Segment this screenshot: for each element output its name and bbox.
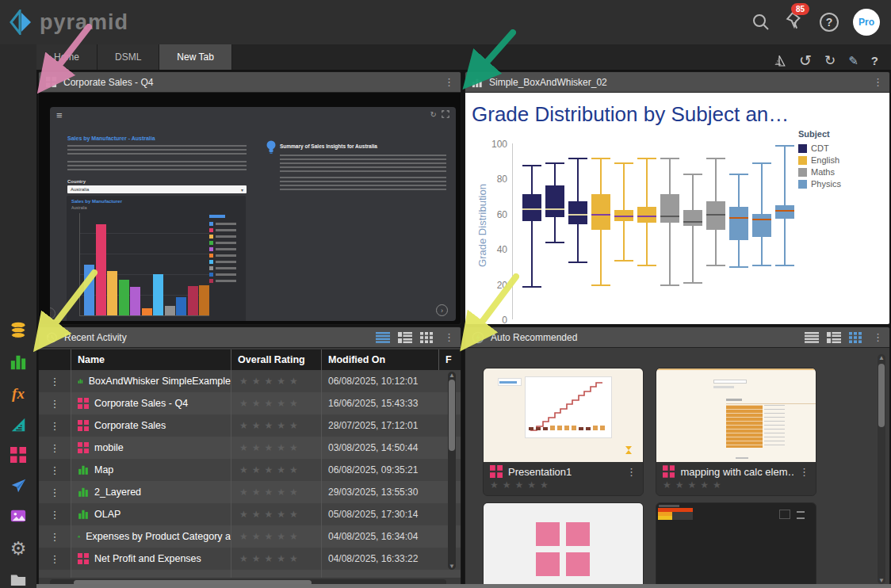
row-drag-handle[interactable]: ⋮ bbox=[39, 548, 71, 570]
column-header-modified-on[interactable]: Modified On bbox=[321, 349, 438, 370]
legend-entry-english[interactable]: English bbox=[798, 155, 841, 165]
sidebar-item-discover[interactable] bbox=[0, 348, 36, 376]
sidebar-item-admin[interactable]: ⚙ bbox=[0, 534, 36, 563]
undo-icon[interactable]: ↺ bbox=[799, 52, 812, 70]
row-name[interactable]: mobile bbox=[71, 437, 231, 459]
country-select[interactable]: Australia ▾ bbox=[67, 185, 247, 193]
row-name[interactable]: Corporate Sales bbox=[71, 414, 231, 437]
legend-entry-cdt[interactable]: CDT bbox=[798, 143, 841, 153]
panel-corporate-header[interactable]: Corporate Sales - Q4 ⋮ bbox=[39, 72, 461, 93]
row-name[interactable]: 2_Layered bbox=[71, 481, 231, 503]
table-row[interactable]: ⋮Corporate Sales - Q4★★★★★16/06/2025, 15… bbox=[39, 392, 461, 414]
box-whisker-maths-9[interactable] bbox=[706, 143, 725, 319]
panel-menu-icon[interactable]: ⋮ bbox=[873, 76, 883, 88]
box-whisker-physics-12[interactable] bbox=[775, 143, 794, 319]
preview-next-page-button[interactable]: › bbox=[436, 304, 448, 316]
column-header-overall-rating[interactable]: Overall Rating bbox=[231, 349, 321, 370]
box-whisker-english-4[interactable] bbox=[591, 143, 610, 319]
card-menu-icon[interactable]: ⋮ bbox=[626, 466, 637, 478]
refresh-icon[interactable]: ↻ bbox=[824, 52, 836, 69]
sidebar-item-data[interactable] bbox=[0, 316, 36, 345]
row-name[interactable]: Net Profit and Expenses bbox=[71, 548, 231, 570]
row-name[interactable]: BoxAndWhisker SimpleExample bbox=[71, 370, 231, 392]
box-whisker-physics-11[interactable] bbox=[752, 143, 771, 319]
recommended-card-mapping-with-calc-elem-[interactable]: mapping with calc elem… ⋮ ★★★★★ bbox=[656, 368, 816, 496]
preview-refresh-icon[interactable]: ↻ bbox=[430, 110, 437, 119]
preview-expand-icon[interactable] bbox=[442, 110, 449, 118]
box-whisker-physics-10[interactable] bbox=[729, 143, 748, 319]
sidebar-item-illustrate[interactable] bbox=[0, 502, 36, 530]
legend-entry-physics[interactable]: Physics bbox=[798, 179, 841, 189]
card-thumbnail[interactable] bbox=[656, 503, 816, 588]
card-rating[interactable]: ★★★★★ bbox=[663, 479, 809, 491]
table-row[interactable]: ⋮mobile★★★★★03/08/2025, 14:50:44 bbox=[39, 437, 461, 459]
box-whisker-maths-7[interactable] bbox=[660, 143, 679, 319]
list-view-icon[interactable] bbox=[376, 332, 390, 343]
table-row[interactable]: ⋮Expenses by Product Category a★★★★★04/0… bbox=[39, 525, 461, 548]
box-whisker-maths-8[interactable] bbox=[683, 143, 702, 319]
help-toolbar-icon[interactable]: ? bbox=[871, 54, 878, 67]
recommended-card[interactable] bbox=[656, 502, 816, 588]
sidebar-item-publications[interactable] bbox=[0, 441, 36, 469]
card-thumbnail[interactable] bbox=[656, 368, 816, 462]
table-row[interactable]: ⋮Corporate Sales★★★★★28/07/2025, 17:12:0… bbox=[39, 414, 461, 437]
row-drag-handle[interactable]: ⋮ bbox=[39, 437, 71, 459]
row-drag-handle[interactable]: ⋮ bbox=[39, 414, 71, 437]
table-row[interactable]: ⋮Map★★★★★06/08/2025, 09:35:21 bbox=[39, 459, 461, 481]
detail-view-icon[interactable] bbox=[398, 332, 412, 343]
panel-auto-header[interactable]: Auto Recommended bbox=[465, 327, 889, 348]
panel-menu-icon[interactable]: ⋮ bbox=[873, 331, 883, 343]
card-menu-icon[interactable]: ⋮ bbox=[799, 466, 809, 478]
help-button[interactable]: ? bbox=[820, 13, 839, 32]
card-rating[interactable]: ★★★★★ bbox=[490, 479, 637, 491]
pyramid-model-icon[interactable] bbox=[772, 54, 786, 68]
sidebar-item-content[interactable] bbox=[0, 566, 36, 588]
tab-dsml[interactable]: DSML bbox=[98, 44, 159, 70]
row-rating[interactable]: ★★★★★ bbox=[231, 525, 321, 548]
box-whisker-cdt-2[interactable] bbox=[545, 143, 564, 319]
preview-menu-icon[interactable]: ≡ bbox=[56, 109, 63, 121]
row-drag-handle[interactable]: ⋮ bbox=[39, 525, 71, 548]
row-name[interactable] bbox=[71, 570, 231, 578]
tab-new-tab[interactable]: New Tab bbox=[159, 44, 231, 70]
panel-menu-icon[interactable]: ⋮ bbox=[444, 331, 454, 343]
row-drag-handle[interactable]: ⋮ bbox=[39, 370, 71, 392]
edit-icon[interactable]: ✎ bbox=[848, 54, 858, 68]
row-rating[interactable]: ★★★★★ bbox=[231, 459, 321, 481]
row-name[interactable]: Corporate Sales - Q4 bbox=[71, 392, 231, 414]
row-drag-handle[interactable]: ⋮ bbox=[39, 392, 71, 414]
table-row[interactable]: ⋮ bbox=[39, 570, 461, 578]
box-whisker-cdt-1[interactable] bbox=[522, 143, 541, 319]
list-view-icon[interactable] bbox=[805, 332, 819, 343]
corporate-sales-preview[interactable]: ≡ ↻ Sales by Manufacturer - Australia Co… bbox=[50, 107, 456, 321]
panel-menu-icon[interactable]: ⋮ bbox=[444, 76, 454, 88]
table-row[interactable]: ⋮Net Profit and Expenses★★★★★04/08/2025,… bbox=[39, 548, 461, 570]
vertical-scrollbar[interactable]: ▲ ▼ bbox=[878, 354, 885, 584]
grid-view-icon[interactable] bbox=[420, 332, 433, 343]
preview-prev-page-button[interactable]: ‹ bbox=[50, 307, 55, 319]
card-thumbnail[interactable] bbox=[484, 503, 643, 588]
tab-home[interactable]: Home bbox=[36, 44, 98, 70]
row-rating[interactable] bbox=[231, 570, 321, 578]
pyramid-logo[interactable]: pyramid bbox=[0, 10, 128, 35]
box-whisker-cdt-3[interactable] bbox=[568, 143, 587, 319]
recommended-card-presentation1[interactable]: Presentation1 ⋮ ★★★★★ bbox=[483, 368, 644, 496]
grid-view-icon[interactable] bbox=[849, 332, 862, 343]
row-drag-handle[interactable]: ⋮ bbox=[39, 481, 71, 503]
row-rating[interactable]: ★★★★★ bbox=[231, 370, 321, 392]
box-whisker-english-6[interactable] bbox=[637, 143, 656, 319]
row-drag-handle[interactable]: ⋮ bbox=[39, 503, 71, 525]
table-row[interactable]: ⋮BoxAndWhisker SimpleExample★★★★★06/08/2… bbox=[39, 370, 461, 392]
row-rating[interactable]: ★★★★★ bbox=[231, 392, 321, 414]
row-rating[interactable]: ★★★★★ bbox=[231, 481, 321, 503]
sidebar-item-formulate[interactable]: fx bbox=[0, 380, 36, 408]
row-drag-handle[interactable]: ⋮ bbox=[39, 459, 71, 481]
search-icon[interactable] bbox=[751, 13, 771, 32]
user-avatar[interactable]: Pro bbox=[853, 9, 880, 36]
table-row[interactable]: ⋮2_Layered★★★★★29/03/2025, 13:55:30 bbox=[39, 481, 461, 503]
column-header-f[interactable]: F bbox=[438, 349, 461, 370]
box-whisker-english-5[interactable] bbox=[614, 143, 633, 319]
row-rating[interactable]: ★★★★★ bbox=[231, 548, 321, 570]
row-name[interactable]: OLAP bbox=[71, 503, 231, 525]
vertical-scrollbar[interactable]: ▲ ▼ bbox=[448, 372, 456, 570]
